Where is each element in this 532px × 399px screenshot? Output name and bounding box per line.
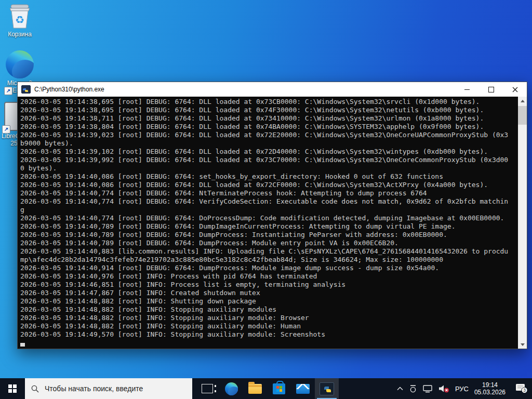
- python-console-icon: [21, 85, 31, 94]
- mail-icon: [296, 384, 310, 394]
- python-console-icon: [320, 382, 334, 395]
- taskbar-clock[interactable]: 19:14 05.03.2026: [474, 381, 506, 396]
- network-button[interactable]: [423, 385, 433, 393]
- chevron-up-icon: [397, 387, 403, 391]
- svg-text:♻: ♻: [15, 14, 24, 25]
- window-controls: [455, 82, 527, 97]
- console-body: 2026-03-05 19:14:38,695 [root] DEBUG: 67…: [18, 97, 527, 349]
- scroll-down-button[interactable]: [518, 340, 527, 349]
- maximize-icon: [488, 87, 494, 92]
- start-button[interactable]: [0, 378, 25, 399]
- volume-muted-icon: [438, 384, 449, 393]
- taskbar-python-console-button[interactable]: [315, 378, 339, 399]
- console-cursor: [20, 343, 25, 347]
- show-hidden-icons-button[interactable]: [397, 387, 403, 391]
- taskbar-apps: [195, 378, 339, 399]
- tray-app-icon: [409, 385, 417, 393]
- window-title: C:\Python310\python.exe: [34, 86, 104, 93]
- taskbar-search[interactable]: [25, 378, 192, 399]
- taskbar-edge-button[interactable]: [219, 378, 243, 399]
- console-scrollbar[interactable]: [518, 97, 527, 349]
- language-indicator[interactable]: РУС: [455, 385, 469, 393]
- edge-icon: [6, 50, 34, 78]
- close-icon: [512, 87, 518, 92]
- windows-logo-icon: [8, 384, 17, 393]
- system-tray: РУС 19:14 05.03.2026 3: [397, 378, 532, 399]
- search-icon: [31, 385, 39, 393]
- notification-icon: 3: [515, 383, 529, 394]
- taskbar-mail-button[interactable]: [291, 378, 315, 399]
- taskbar-store-button[interactable]: [267, 378, 291, 399]
- console-output: 2026-03-05 19:14:38,695 [root] DEBUG: 67…: [20, 98, 517, 349]
- window-titlebar[interactable]: C:\Python310\python.exe: [18, 82, 527, 97]
- clock-time: 19:14: [474, 381, 506, 389]
- file-explorer-icon: [248, 384, 262, 394]
- desktop-icon-label: Корзина: [3, 31, 36, 38]
- task-view-button[interactable]: [195, 378, 219, 399]
- edge-icon: [225, 382, 238, 395]
- microsoft-store-icon: [273, 383, 285, 394]
- shortcut-arrow-icon: ↗: [2, 125, 10, 134]
- taskbar: РУС 19:14 05.03.2026 3: [0, 378, 532, 399]
- console-window: C:\Python310\python.exe 2026-03-05 19:14…: [17, 82, 527, 349]
- arrow-up-icon: [521, 100, 525, 102]
- action-center-button[interactable]: 3: [515, 383, 529, 394]
- notification-count-badge: 3: [523, 388, 526, 393]
- search-input[interactable]: [44, 384, 176, 393]
- maximize-button[interactable]: [479, 82, 503, 97]
- scroll-up-button[interactable]: [518, 97, 527, 105]
- recycle-bin-icon: ♻: [6, 3, 33, 29]
- scrollbar-thumb[interactable]: [518, 106, 527, 125]
- network-icon: [423, 385, 433, 393]
- taskbar-file-explorer-button[interactable]: [243, 378, 267, 399]
- minimize-button[interactable]: [455, 82, 479, 97]
- tray-app-button[interactable]: [409, 385, 417, 393]
- minimize-icon: [464, 89, 470, 90]
- volume-button[interactable]: [438, 384, 449, 393]
- arrow-down-icon: [521, 343, 525, 346]
- close-button[interactable]: [503, 82, 527, 97]
- shortcut-arrow-icon: ↗: [4, 87, 12, 95]
- task-view-icon: [202, 384, 213, 393]
- clock-date: 05.03.2026: [474, 389, 506, 396]
- desktop-icon-recycle-bin[interactable]: ♻ Корзина: [3, 3, 36, 38]
